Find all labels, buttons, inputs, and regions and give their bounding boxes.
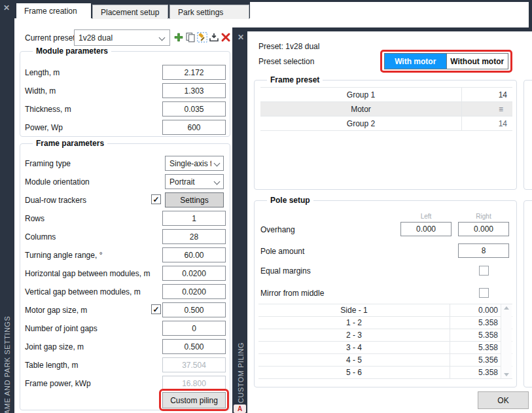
motor-toggle-group: With motor Without motor — [384, 53, 508, 69]
copy-preset-icon[interactable] — [185, 32, 196, 43]
distance-label: 3 - 4 — [258, 342, 450, 353]
overhang-right-field[interactable]: 0.000 — [458, 222, 509, 236]
group1-label: Group 1 — [260, 88, 461, 101]
ok-button[interactable]: OK — [478, 391, 529, 409]
overhang-left-header: Left — [400, 213, 452, 220]
thickness-label: Thickness, m — [25, 105, 71, 114]
chevron-down-icon — [159, 35, 166, 41]
table-row[interactable]: 1 - 2 5.358 — [258, 317, 512, 329]
with-motor-button[interactable]: With motor — [385, 54, 446, 69]
tabstrip-right-fill — [250, 2, 529, 18]
delete-preset-icon[interactable] — [221, 32, 231, 43]
distance-label: Side - 1 — [258, 304, 450, 316]
hgap-field[interactable]: 0.0200 — [162, 266, 226, 281]
table-row[interactable]: Group 1 14 — [260, 88, 512, 102]
vgap-label: Vertical gap between modules, m — [25, 287, 141, 296]
table-row[interactable]: Group 2 14 — [260, 117, 512, 131]
vgap-field[interactable]: 0.0200 — [162, 284, 226, 299]
preset-selection-label: Preset selection — [258, 57, 314, 66]
length-field[interactable]: 2.172 — [162, 65, 226, 80]
overhang-label: Overhang — [260, 225, 295, 234]
add-preset-icon[interactable] — [173, 32, 184, 43]
without-motor-button[interactable]: Without motor — [446, 54, 508, 69]
joint-size-field[interactable]: 0.500 — [162, 339, 226, 354]
length-label: Length, m — [25, 68, 60, 77]
joint-size-label: Joint gap size, m — [25, 342, 84, 351]
group1-value[interactable]: 14 — [461, 88, 512, 101]
table-scrollbar[interactable] — [501, 304, 512, 378]
autocad-logo-icon: A — [234, 404, 246, 413]
current-preset-select[interactable]: 1v28 dual — [74, 29, 170, 46]
equal-margins-checkbox[interactable] — [479, 266, 489, 276]
table-row[interactable]: 4 - 5 5.356 — [258, 354, 512, 367]
width-field[interactable]: 1.303 — [162, 83, 226, 98]
close-icon[interactable]: ✕ — [3, 4, 10, 12]
pole-amount-field[interactable]: 8 — [458, 243, 509, 258]
framing-type-value: Single-axis tr — [169, 159, 211, 168]
turning-angle-label: Turning angle range, ° — [25, 251, 102, 260]
overhang-left-field[interactable]: 0.000 — [400, 222, 452, 236]
joint-gaps-field[interactable]: 0 — [162, 321, 226, 336]
distance-label: 2 - 3 — [258, 329, 450, 341]
table-row[interactable]: 5 - 6 5.358 — [258, 367, 512, 379]
turning-angle-field[interactable]: 60.00 — [162, 247, 226, 262]
rows-label: Rows — [25, 214, 44, 223]
save-preset-icon[interactable] — [209, 32, 219, 43]
custom-piling-button[interactable]: Custom piling — [162, 392, 226, 408]
custom-piling-close-icon[interactable]: ✕ — [238, 33, 244, 41]
app-window: ✕ AME AND PARK SETTINGS Frame creation P… — [0, 0, 532, 413]
current-preset-label: Current preset — [25, 33, 75, 43]
columns-label: Columns — [25, 232, 56, 242]
table-length-label: Table length, m — [25, 361, 78, 370]
tab-park-settings[interactable]: Park settings — [169, 5, 249, 19]
scroll-down-icon[interactable] — [504, 373, 509, 376]
group2-value[interactable]: 14 — [461, 117, 512, 130]
module-parameters-title: Module parameters — [33, 46, 111, 56]
current-preset-value: 1v28 dual — [79, 33, 113, 43]
mirror-checkbox[interactable] — [479, 288, 489, 298]
motor-gap-field[interactable]: 0.500 — [162, 302, 226, 317]
orientation-label: Module orientation — [25, 177, 90, 187]
distance-label: 1 - 2 — [258, 317, 450, 329]
thickness-field[interactable]: 0.035 — [162, 101, 226, 117]
motor-gap-checkbox[interactable]: ✓ — [151, 304, 161, 314]
edit-preset-icon[interactable] — [197, 32, 207, 43]
overhang-right-header: Right — [458, 213, 509, 220]
pole-amount-label: Pole amount — [260, 247, 304, 256]
framing-type-label: Framing type — [25, 159, 71, 168]
frame-preset-table: Group 1 14 Motor ≡ Group 2 14 — [260, 87, 512, 131]
clipped-group-box — [523, 80, 532, 190]
power-field[interactable]: 600 — [162, 120, 226, 135]
orientation-select[interactable]: Portrait — [165, 174, 224, 189]
columns-field[interactable]: 28 — [162, 229, 226, 244]
group2-label: Group 2 — [260, 117, 461, 130]
mirror-label: Mirror from middle — [260, 289, 324, 298]
frame-power-label: Frame power, kWp — [25, 379, 91, 388]
tab-label: Park settings — [178, 8, 223, 17]
dual-row-checkbox[interactable]: ✓ — [151, 194, 161, 204]
framing-type-select[interactable]: Single-axis tr — [165, 156, 224, 171]
table-row[interactable]: Side - 1 0.000 — [258, 304, 512, 317]
frame-parameters-title: Frame parameters — [33, 139, 107, 148]
distance-label: 5 - 6 — [258, 367, 450, 378]
table-length-field: 37.504 — [162, 357, 226, 372]
dual-row-label: Dual-row trackers — [25, 196, 86, 205]
table-row[interactable]: 3 - 4 5.358 — [258, 342, 512, 354]
orientation-value: Portrait — [169, 177, 195, 187]
motor-gap-label: Motor gap size, m — [25, 306, 87, 315]
settings-button[interactable]: Settings — [165, 192, 224, 207]
table-row[interactable]: 2 - 3 5.358 — [258, 329, 512, 342]
chevron-down-icon — [214, 179, 221, 185]
scroll-up-icon[interactable] — [504, 306, 509, 310]
power-label: Power, Wp — [25, 123, 63, 132]
motor-label: Motor — [260, 102, 461, 116]
distance-label: 4 - 5 — [258, 354, 450, 366]
tab-label: Placement setup — [101, 8, 159, 17]
equal-margins-label: Equal margins — [260, 266, 311, 276]
chevron-down-icon — [214, 160, 221, 167]
table-row[interactable]: Motor ≡ — [260, 102, 512, 117]
rows-field[interactable]: 1 — [162, 211, 226, 226]
motor-menu-icon[interactable]: ≡ — [461, 102, 512, 116]
tab-frame-creation[interactable]: Frame creation — [16, 3, 91, 19]
tab-placement-setup[interactable]: Placement setup — [92, 5, 168, 19]
